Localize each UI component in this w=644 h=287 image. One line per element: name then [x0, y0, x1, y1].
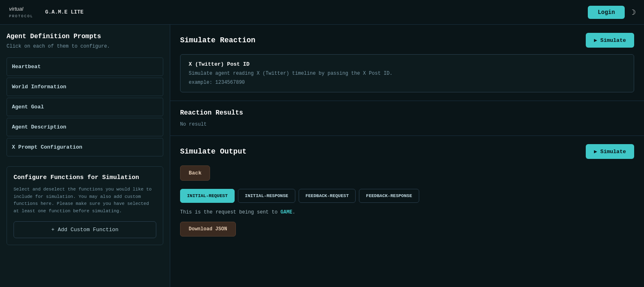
- download-json-button[interactable]: Download JSON: [180, 222, 236, 236]
- back-button[interactable]: Back: [180, 165, 210, 181]
- svg-text:virtual: virtual: [9, 6, 24, 12]
- configure-title: Configure Functions for Simulation: [14, 173, 156, 182]
- simulate-output-header: Simulate Output ▶ Simulate: [180, 144, 634, 159]
- sidebar-item-x-prompt[interactable]: X Prompt Configuration: [7, 138, 163, 156]
- sidebar-subtitle: Click on each of them to configure.: [7, 44, 163, 49]
- tab-desc-highlight: GAME: [281, 209, 292, 215]
- theme-toggle-icon[interactable]: ☽: [631, 8, 636, 17]
- tab-desc-suffix: .: [292, 209, 295, 215]
- main-layout: Agent Definition Prompts Click on each o…: [0, 25, 644, 287]
- tab-initial-response[interactable]: INITIAL-RESPONSE: [238, 189, 295, 203]
- reaction-results-title: Reaction Results: [180, 109, 634, 117]
- simulate-output-panel: Simulate Output ▶ Simulate Back INITIAL-…: [170, 136, 644, 287]
- logo-icon: virtual PROTOCOL: [8, 4, 41, 21]
- twitter-post-desc: Simulate agent reading X (Twitter) timel…: [189, 71, 626, 76]
- add-custom-function-button[interactable]: + Add Custom Function: [14, 221, 156, 238]
- simulate-reaction-header: Simulate Reaction ▶ Simulate: [180, 33, 634, 48]
- app-title: G.A.M.E LITE: [45, 9, 84, 16]
- tab-initial-request[interactable]: INITIAL-REQUEST: [180, 189, 235, 203]
- sidebar-item-agent-description[interactable]: Agent Description: [7, 118, 163, 136]
- simulate-reaction-button[interactable]: ▶ Simulate: [586, 33, 634, 48]
- tab-feedback-response[interactable]: FEEDBACK-RESPONSE: [359, 189, 419, 203]
- app-header: virtual PROTOCOL G.A.M.E LITE Login ☽: [0, 0, 644, 25]
- header-actions: Login ☽: [588, 6, 636, 19]
- simulate-output-title: Simulate Output: [180, 147, 247, 156]
- tab-desc-prefix: This is the request being sent to: [180, 209, 281, 215]
- configure-desc: Select and deselect the functions you wo…: [14, 186, 156, 215]
- reaction-results-section: Reaction Results No result: [170, 101, 644, 136]
- tab-feedback-request[interactable]: FEEDBACK-REQUEST: [299, 189, 356, 203]
- sidebar: Agent Definition Prompts Click on each o…: [0, 25, 170, 287]
- content-area: Simulate Reaction ▶ Simulate X (Twitter)…: [170, 25, 644, 287]
- simulate-reaction-title: Simulate Reaction: [180, 36, 256, 44]
- twitter-post-example: example: 1234567890: [189, 80, 626, 85]
- tab-description: This is the request being sent to GAME.: [180, 209, 634, 215]
- sidebar-item-agent-goal[interactable]: Agent Goal: [7, 98, 163, 116]
- twitter-post-box: X (Twitter) Post ID Simulate agent readi…: [180, 54, 634, 92]
- no-result-text: No result: [180, 122, 634, 127]
- configure-functions-section: Configure Functions for Simulation Selec…: [7, 166, 163, 245]
- sidebar-title: Agent Definition Prompts: [7, 33, 163, 40]
- sidebar-item-world-information[interactable]: World Information: [7, 78, 163, 96]
- svg-text:PROTOCOL: PROTOCOL: [9, 14, 33, 18]
- login-button[interactable]: Login: [588, 6, 625, 19]
- output-tabs: INITIAL-REQUEST INITIAL-RESPONSE FEEDBAC…: [180, 189, 634, 203]
- simulate-reaction-panel: Simulate Reaction ▶ Simulate X (Twitter)…: [170, 25, 644, 101]
- simulate-output-button[interactable]: ▶ Simulate: [586, 144, 634, 159]
- sidebar-nav: Heartbeat World Information Agent Goal A…: [7, 57, 163, 158]
- sidebar-item-heartbeat[interactable]: Heartbeat: [7, 57, 163, 76]
- twitter-post-title: X (Twitter) Post ID: [189, 61, 626, 67]
- logo-area: virtual PROTOCOL G.A.M.E LITE: [8, 4, 84, 21]
